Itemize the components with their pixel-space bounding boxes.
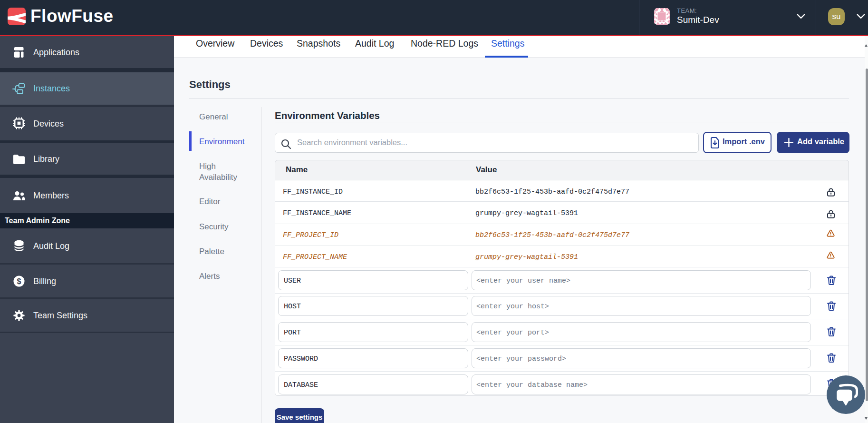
svg-text:$: $ xyxy=(17,277,21,285)
